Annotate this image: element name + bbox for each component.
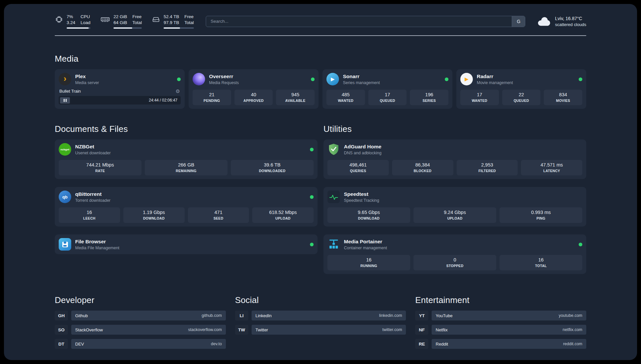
ram-usage-widget: 22 GiB 64 GiB Free Total: [100, 14, 142, 29]
link-row-netflix[interactable]: NF Netflix netflix.com: [415, 325, 586, 335]
app-description: Series management: [343, 80, 380, 85]
status-dot: [310, 243, 314, 246]
disk-free-value: 52.4 TB: [164, 14, 179, 20]
status-dot: [310, 195, 314, 199]
stat-leech: 16LEECH: [59, 207, 120, 223]
link-row-linkedin[interactable]: LI LinkedIn linkedin.com: [235, 311, 406, 320]
app-tile-plex[interactable]: › Plex Media server: [59, 73, 181, 85]
link-row-github[interactable]: GH Github github.com: [55, 311, 226, 320]
app-card-portainer: Media Portainer Container management 16R…: [323, 234, 586, 274]
link-row-stackoverflow[interactable]: SO StackOverflow stackoverflow.com: [55, 325, 226, 335]
app-description: Usenet downloader: [75, 151, 111, 155]
topbar-divider: [55, 35, 586, 36]
ram-icon: [100, 15, 110, 24]
app-card-qbittorrent: qb qBittorrent Torrent downloader 16LEEC…: [55, 187, 318, 227]
app-name: Media Portainer: [344, 239, 387, 245]
app-tile-overseerr[interactable]: Overseerr Media Requests: [193, 73, 315, 85]
link-abbr: RE: [415, 339, 428, 349]
app-card-overseerr: Overseerr Media Requests 21PENDING 40APP…: [189, 69, 319, 109]
disk-total-label: Total: [184, 20, 194, 26]
app-name: Sonarr: [343, 74, 380, 79]
cpu-percent: 7%: [67, 14, 75, 20]
app-description: Speedtest Tracking: [344, 198, 379, 203]
stat-ping: 0.993 msPING: [500, 207, 582, 223]
search-engine-button[interactable]: G: [512, 16, 525, 27]
cloud-icon: [537, 16, 551, 26]
app-tile-portainer[interactable]: Media Portainer Container management: [327, 238, 582, 251]
app-name: AdGuard Home: [344, 144, 382, 150]
link-url: netflix.com: [563, 327, 582, 332]
stat-queued: 22QUEUED: [502, 90, 541, 105]
disk-total-value: 97.9 TB: [164, 20, 179, 26]
stat-wanted: 17WANTED: [460, 90, 499, 105]
app-description: Container management: [344, 246, 387, 250]
disk-free-label: Free: [184, 14, 194, 20]
app-description: Media server: [75, 80, 99, 85]
gear-icon[interactable]: ⚙: [176, 89, 180, 94]
app-card-adguard: AdGuard Home DNS and adblocking 498,461Q…: [323, 139, 586, 179]
link-name: Github: [75, 313, 88, 318]
stat-rate: 744.21 MbpsRATE: [59, 160, 141, 175]
weather-condition: scattered clouds: [555, 22, 586, 27]
pause-button[interactable]: [60, 97, 70, 104]
link-name: LinkedIn: [256, 313, 272, 318]
section-title-social: Social: [235, 295, 406, 305]
ram-progressbar: [113, 27, 142, 29]
search-input[interactable]: [206, 16, 526, 27]
stat-downloaded: 39.6 TBDOWNLOADED: [231, 160, 314, 175]
link-abbr: NF: [415, 325, 428, 335]
radarr-icon: ▶: [460, 73, 473, 85]
app-description: DNS and adblocking: [344, 151, 382, 155]
cpu-load-avg: 3.24: [67, 20, 75, 26]
cpu-progressbar: [67, 27, 90, 29]
ram-free-value: 22 GiB: [113, 14, 127, 20]
app-tile-sonarr[interactable]: ▶ Sonarr Series management: [326, 73, 448, 85]
ram-free-label: Free: [133, 14, 142, 20]
section-title-documents: Documents & Files: [55, 124, 318, 134]
app-description: Torrent downloader: [75, 198, 110, 203]
qbittorrent-icon: qb: [59, 191, 71, 203]
stat-approved: 40APPROVED: [234, 90, 273, 105]
app-tile-speedtest[interactable]: Speedtest Speedtest Tracking: [327, 191, 582, 203]
weather-widget: Lviv, 16.87°C scattered clouds: [537, 16, 586, 27]
link-url: reddit.com: [563, 342, 582, 346]
app-name: Radarr: [477, 74, 513, 79]
adguard-shield-icon: [327, 143, 340, 156]
stat-total: 16TOTAL: [500, 255, 582, 270]
cpu-label: CPU: [80, 14, 90, 20]
link-url: dev.to: [211, 342, 222, 346]
weather-location: Lviv, 16.87°C: [555, 16, 586, 21]
app-name: Speedtest: [344, 191, 379, 197]
stat-filtered: 2,953FILTERED: [457, 160, 518, 175]
disk-progressbar: [164, 27, 194, 29]
app-card-sonarr: ▶ Sonarr Series management 485WANTED 17Q…: [322, 69, 452, 109]
app-tile-nzbget[interactable]: nzbget NZBGet Usenet downloader: [59, 143, 314, 156]
app-tile-qbittorrent[interactable]: qb qBittorrent Torrent downloader: [59, 191, 314, 203]
link-row-reddit[interactable]: RE Reddit reddit.com: [415, 339, 586, 349]
link-row-youtube[interactable]: YT YouTube youtube.com: [415, 311, 586, 320]
stat-queries: 498,461QUERIES: [327, 160, 389, 175]
app-tile-adguard[interactable]: AdGuard Home DNS and adblocking: [327, 143, 582, 156]
now-playing-title: Bullet Train: [59, 89, 81, 94]
status-dot: [445, 77, 448, 81]
link-url: youtube.com: [559, 313, 582, 318]
app-card-nzbget: nzbget NZBGet Usenet downloader 744.21 M…: [55, 139, 318, 179]
app-name: Plex: [75, 74, 99, 79]
app-description: Movie management: [477, 80, 513, 85]
dashboard-panel: 7% 3.24 CPU Load: [4, 4, 637, 360]
stat-latency: 47.571 msLATENCY: [521, 160, 582, 175]
section-title-utilities: Utilities: [323, 124, 586, 134]
app-tile-filebrowser[interactable]: File Browser Media File Management: [59, 238, 314, 251]
link-url: github.com: [202, 313, 222, 318]
app-description: Media Requests: [209, 80, 239, 85]
section-title-media: Media: [55, 54, 586, 64]
stat-available: 945AVAILABLE: [276, 90, 315, 105]
link-row-dev[interactable]: DT DEV dev.to: [55, 339, 226, 349]
status-dot: [310, 148, 314, 151]
app-tile-radarr[interactable]: ▶ Radarr Movie management: [460, 73, 582, 85]
ram-total-value: 64 GiB: [113, 20, 127, 26]
link-abbr: YT: [415, 311, 428, 320]
link-abbr: LI: [235, 311, 248, 320]
stat-wanted: 485WANTED: [326, 90, 365, 105]
link-row-twitter[interactable]: TW Twitter twitter.com: [235, 325, 406, 335]
